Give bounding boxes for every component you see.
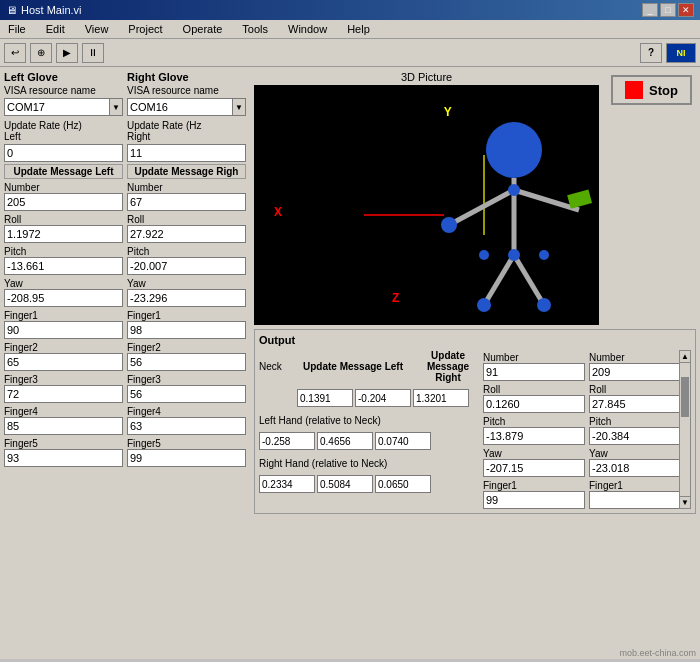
toolbar-btn-logo: NI — [666, 43, 696, 63]
left-roll-value: 1.1972 — [4, 225, 123, 243]
picture-label: 3D Picture — [254, 71, 599, 83]
left-port-arrow[interactable]: ▼ — [109, 98, 123, 116]
output-right-update-col: Number 209 Roll 27.845 Pitch -20.384 Y — [589, 350, 691, 509]
right-pitch-value: -20.007 — [127, 257, 246, 275]
svg-point-12 — [508, 184, 520, 196]
lh-v3: 0.0740 — [375, 432, 431, 450]
left-glove-label: Left Glove — [4, 71, 123, 83]
svg-point-14 — [479, 250, 489, 260]
scroll-up[interactable]: ▲ — [680, 351, 690, 363]
left-finger4-label: Finger4 — [4, 406, 123, 417]
window-title: Host Main.vi — [21, 4, 82, 16]
right-port-arrow[interactable]: ▼ — [232, 98, 246, 116]
out-left-number-label: Number — [483, 352, 585, 363]
out-right-finger1-label: Finger1 — [589, 480, 691, 491]
right-number-value: 67 — [127, 193, 246, 211]
picture-box: X Y Z — [254, 85, 599, 325]
toolbar: ↩ ⊕ ▶ ⏸ ? NI — [0, 39, 700, 67]
right-yaw-label: Yaw — [127, 278, 246, 289]
right-port-value: COM16 — [127, 98, 232, 116]
left-rate-label: Update Rate (Hz) Left — [4, 120, 123, 142]
right-hand-values-row: 0.2334 0.5084 0.0650 — [259, 475, 479, 493]
out-right-pitch-value: -20.384 — [589, 427, 691, 445]
left-glove-sub: VISA resource name — [4, 85, 123, 96]
menu-view[interactable]: View — [81, 22, 113, 36]
output-label: Output — [259, 334, 691, 346]
right-port-selector[interactable]: COM16 ▼ — [127, 98, 246, 116]
svg-line-10 — [514, 255, 544, 305]
lh-v1: -0.258 — [259, 432, 315, 450]
left-glove-col: Left Glove VISA resource name COM17 ▼ Up… — [4, 71, 123, 162]
left-finger3-label: Finger3 — [4, 374, 123, 385]
scrollbar[interactable]: ▲ ▼ — [679, 350, 691, 509]
menu-tools[interactable]: Tools — [238, 22, 272, 36]
output-coords: Neck Update Message Left Update Message … — [259, 350, 479, 509]
right-roll-label: Roll — [127, 214, 246, 225]
right-finger5-label: Finger5 — [127, 438, 246, 449]
toolbar-btn-2[interactable]: ⊕ — [30, 43, 52, 63]
minimize-button[interactable]: _ — [642, 3, 658, 17]
menu-operate[interactable]: Operate — [179, 22, 227, 36]
menu-project[interactable]: Project — [124, 22, 166, 36]
toolbar-btn-help[interactable]: ? — [640, 43, 662, 63]
output-section: Output Neck Update Message Left Update M… — [254, 329, 696, 514]
right-yaw-value: -23.296 — [127, 289, 246, 307]
out-right-yaw-value: -23.018 — [589, 459, 691, 477]
scroll-down[interactable]: ▼ — [680, 496, 690, 508]
menu-window[interactable]: Window — [284, 22, 331, 36]
axis-x-label: X — [274, 205, 282, 219]
update-msg-right-header-top: Update Message Right — [417, 350, 479, 383]
right-rate-label: Update Rate (Hz Right — [127, 120, 246, 142]
main-content: Left Glove VISA resource name COM17 ▼ Up… — [0, 67, 700, 659]
out-left-finger1-label: Finger1 — [483, 480, 585, 491]
output-left-update-col: Number 91 Roll 0.1260 Pitch -13.879 Ya — [483, 350, 585, 509]
menu-help[interactable]: Help — [343, 22, 374, 36]
right-finger2-value: 56 — [127, 353, 246, 371]
left-panel: Left Glove VISA resource name COM17 ▼ Up… — [0, 67, 250, 659]
close-button[interactable]: ✕ — [678, 3, 694, 17]
app-icon: 🖥 — [6, 4, 17, 16]
svg-line-4 — [449, 190, 514, 225]
menu-file[interactable]: File — [4, 22, 30, 36]
toolbar-btn-1[interactable]: ↩ — [4, 43, 26, 63]
left-port-value: COM17 — [4, 98, 109, 116]
left-finger2-label: Finger2 — [4, 342, 123, 353]
out-right-number-label: Number — [589, 352, 691, 363]
out-left-yaw-value: -207.15 — [483, 459, 585, 477]
output-update-cols: Number 91 Roll 0.1260 Pitch -13.879 Ya — [483, 350, 691, 509]
right-finger3-label: Finger3 — [127, 374, 246, 385]
right-finger3-value: 56 — [127, 385, 246, 403]
svg-rect-7 — [567, 190, 592, 209]
left-finger4-value: 85 — [4, 417, 123, 435]
rh-v3: 0.0650 — [375, 475, 431, 493]
svg-point-5 — [441, 217, 457, 233]
left-roll-label: Roll — [4, 214, 123, 225]
update-msg-section: Update Message Left Number 205 Roll 1.19… — [4, 164, 246, 467]
svg-point-15 — [539, 250, 549, 260]
toolbar-btn-pause[interactable]: ⏸ — [82, 43, 104, 63]
right-finger1-label: Finger1 — [127, 310, 246, 321]
left-finger1-value: 90 — [4, 321, 123, 339]
menu-edit[interactable]: Edit — [42, 22, 69, 36]
out-right-roll-value: 27.845 — [589, 395, 691, 413]
svg-point-9 — [477, 298, 491, 312]
right-panel: 3D Picture X Y Z — [250, 67, 700, 659]
out-left-pitch-label: Pitch — [483, 416, 585, 427]
out-right-number-value: 209 — [589, 363, 691, 381]
left-update-msg-col: Update Message Left Number 205 Roll 1.19… — [4, 164, 123, 467]
left-hand-values-row: -0.258 0.4656 0.0740 — [259, 432, 479, 450]
neck-header: Neck — [259, 361, 295, 372]
toolbar-btn-run[interactable]: ▶ — [56, 43, 78, 63]
rh-v2: 0.5084 — [317, 475, 373, 493]
neck-v3: 1.3201 — [413, 389, 469, 407]
out-left-finger1-value: 99 — [483, 491, 585, 509]
right-number-label: Number — [127, 182, 246, 193]
left-port-selector[interactable]: COM17 ▼ — [4, 98, 123, 116]
out-left-pitch-value: -13.879 — [483, 427, 585, 445]
picture-area: 3D Picture X Y Z — [254, 71, 599, 325]
maximize-button[interactable]: □ — [660, 3, 676, 17]
out-right-pitch-label: Pitch — [589, 416, 691, 427]
right-finger4-value: 63 — [127, 417, 246, 435]
scroll-thumb[interactable] — [681, 377, 689, 417]
right-pitch-label: Pitch — [127, 246, 246, 257]
